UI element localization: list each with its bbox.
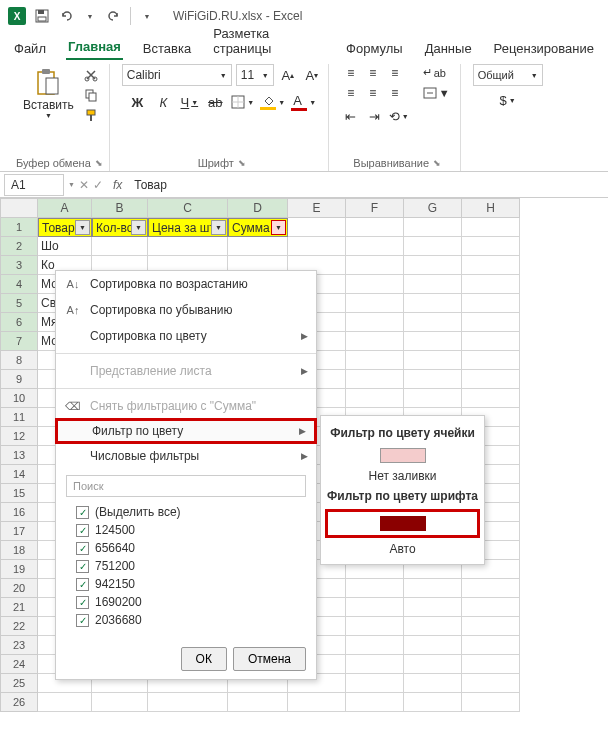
indent-icon[interactable]: ⇥ [365, 106, 385, 126]
cell[interactable] [404, 294, 462, 313]
row-header[interactable]: 17 [0, 522, 38, 541]
menu-home[interactable]: Главная [66, 35, 123, 60]
col-header-G[interactable]: G [404, 198, 462, 218]
cell[interactable] [92, 693, 148, 712]
cell[interactable] [462, 237, 520, 256]
menu-insert[interactable]: Вставка [141, 37, 193, 60]
cell[interactable] [462, 674, 520, 693]
filter-value-item[interactable]: ✓942150 [76, 575, 306, 593]
grow-font-icon[interactable]: A▴ [278, 65, 298, 85]
col-header-C[interactable]: C [148, 198, 228, 218]
filter-value-item[interactable]: ✓124500 [76, 521, 306, 539]
align-top-icon[interactable]: ≡ [341, 64, 361, 82]
cell[interactable] [462, 598, 520, 617]
row-header[interactable]: 11 [0, 408, 38, 427]
select-all-item[interactable]: ✓(Выделить все) [76, 503, 306, 521]
save-icon[interactable] [34, 8, 50, 24]
cell[interactable] [228, 237, 288, 256]
cell[interactable] [346, 237, 404, 256]
row-header[interactable]: 23 [0, 636, 38, 655]
align-bot-icon[interactable]: ≡ [385, 64, 405, 82]
row-header[interactable]: 10 [0, 389, 38, 408]
italic-button[interactable]: К [153, 92, 173, 112]
row-header[interactable]: 21 [0, 598, 38, 617]
filter-dropdown-icon[interactable]: ▼ [271, 220, 286, 235]
col-header-E[interactable]: E [288, 198, 346, 218]
cell[interactable] [38, 693, 92, 712]
cell[interactable] [404, 237, 462, 256]
row-header[interactable]: 14 [0, 465, 38, 484]
auto-item[interactable]: Авто [321, 540, 484, 558]
cell[interactable] [404, 598, 462, 617]
cell[interactable]: Цена за шту▼ [148, 218, 228, 237]
col-header-B[interactable]: B [92, 198, 148, 218]
redo-icon[interactable] [106, 8, 122, 24]
font-size-combo[interactable]: 11▼ [236, 64, 274, 86]
orientation-icon[interactable]: ⟲▼ [389, 106, 409, 126]
cell[interactable] [346, 617, 404, 636]
strike-button[interactable]: ab [205, 92, 225, 112]
cell[interactable] [404, 218, 462, 237]
cell[interactable] [288, 218, 346, 237]
cell[interactable] [148, 237, 228, 256]
ok-button[interactable]: ОК [181, 647, 227, 671]
cell[interactable]: Кол-во▼ [92, 218, 148, 237]
chevron-down-icon[interactable]: ▼ [68, 181, 75, 188]
menu-data[interactable]: Данные [423, 37, 474, 60]
cell[interactable]: Сумма▼ [228, 218, 288, 237]
row-header[interactable]: 15 [0, 484, 38, 503]
menu-layout[interactable]: Разметка страницы [211, 22, 326, 60]
cell[interactable] [148, 693, 228, 712]
row-header[interactable]: 5 [0, 294, 38, 313]
cell[interactable] [346, 598, 404, 617]
sort-color-item[interactable]: Сортировка по цвету ▶ [56, 323, 316, 349]
cell[interactable] [346, 256, 404, 275]
wrap-text-button[interactable]: ↵ab [419, 64, 454, 81]
row-header[interactable]: 6 [0, 313, 38, 332]
cell[interactable] [404, 313, 462, 332]
cell[interactable] [462, 370, 520, 389]
cell[interactable] [346, 370, 404, 389]
filter-value-item[interactable]: ✓751200 [76, 557, 306, 575]
row-header[interactable]: 19 [0, 560, 38, 579]
menu-review[interactable]: Рецензирование [492, 37, 596, 60]
sort-asc-item[interactable]: A↓ Сортировка по возрастанию [56, 271, 316, 297]
row-header[interactable]: 3 [0, 256, 38, 275]
row-header[interactable]: 25 [0, 674, 38, 693]
cancel-formula-icon[interactable]: ✕ [79, 178, 89, 192]
row-header[interactable]: 22 [0, 617, 38, 636]
cell[interactable] [462, 218, 520, 237]
col-header-F[interactable]: F [346, 198, 404, 218]
undo-icon[interactable] [58, 8, 74, 24]
cell[interactable] [462, 579, 520, 598]
row-header[interactable]: 1 [0, 218, 38, 237]
cell[interactable] [404, 275, 462, 294]
font-name-combo[interactable]: Calibri▼ [122, 64, 232, 86]
cell[interactable] [404, 370, 462, 389]
cell[interactable] [346, 332, 404, 351]
pink-swatch[interactable] [380, 448, 426, 463]
darkred-swatch[interactable] [380, 516, 426, 531]
cell[interactable] [404, 351, 462, 370]
cell[interactable] [462, 655, 520, 674]
cell[interactable] [462, 313, 520, 332]
cell[interactable] [346, 389, 404, 408]
row-header[interactable]: 16 [0, 503, 38, 522]
cell[interactable] [288, 693, 346, 712]
cell[interactable] [92, 237, 148, 256]
num-filter-item[interactable]: Числовые фильтры ▶ [56, 443, 316, 469]
row-header[interactable]: 8 [0, 351, 38, 370]
cell[interactable] [404, 655, 462, 674]
cancel-button[interactable]: Отмена [233, 647, 306, 671]
filter-value-item[interactable]: ✓656640 [76, 539, 306, 557]
cell[interactable] [404, 636, 462, 655]
cell[interactable]: Шо [38, 237, 92, 256]
cut-icon[interactable] [82, 66, 100, 84]
undo-dropdown-icon[interactable]: ▼ [82, 8, 98, 24]
underline-button[interactable]: Ч▼ [179, 92, 199, 112]
cell[interactable]: Товар▼ [38, 218, 92, 237]
cell[interactable] [462, 294, 520, 313]
no-fill-item[interactable]: Нет заливки [321, 467, 484, 485]
cell[interactable] [404, 332, 462, 351]
filter-value-item[interactable]: ✓2036680 [76, 611, 306, 629]
